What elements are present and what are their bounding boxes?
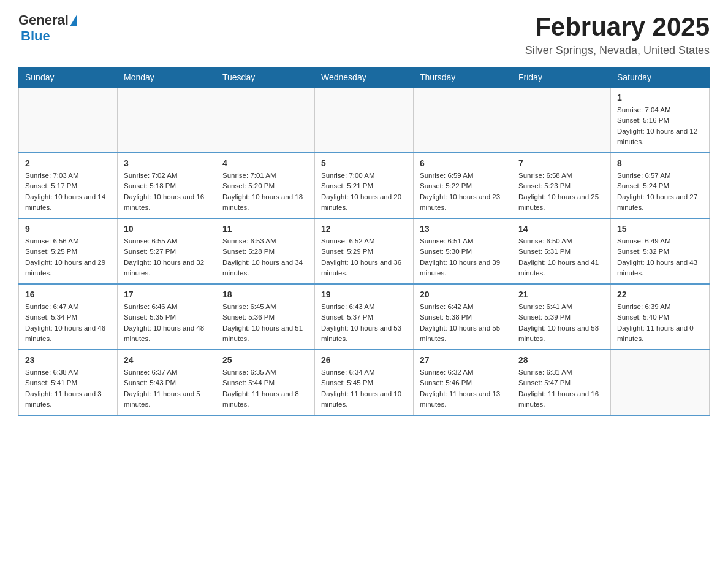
day-number: 22 (617, 289, 703, 299)
day-number: 13 (420, 224, 506, 234)
day-info: Sunrise: 6:41 AMSunset: 5:39 PMDaylight:… (518, 302, 604, 344)
weekday-header: Thursday (414, 67, 512, 88)
day-info: Sunrise: 6:39 AMSunset: 5:40 PMDaylight:… (617, 302, 703, 344)
calendar-cell: 20Sunrise: 6:42 AMSunset: 5:38 PMDayligh… (414, 284, 512, 350)
day-number: 11 (222, 224, 308, 234)
calendar-cell (19, 88, 118, 153)
day-info: Sunrise: 6:42 AMSunset: 5:38 PMDaylight:… (420, 302, 506, 344)
day-number: 2 (25, 158, 111, 168)
day-info: Sunrise: 7:01 AMSunset: 5:20 PMDaylight:… (222, 170, 308, 213)
day-info: Sunrise: 6:43 AMSunset: 5:37 PMDaylight:… (321, 302, 407, 344)
day-info: Sunrise: 6:49 AMSunset: 5:32 PMDaylight:… (617, 236, 703, 278)
day-number: 17 (124, 289, 210, 299)
title-area: February 2025 Silver Springs, Nevada, Un… (525, 12, 710, 57)
day-info: Sunrise: 6:53 AMSunset: 5:28 PMDaylight:… (222, 236, 308, 278)
page-header: General Blue February 2025 Silver Spring… (18, 12, 710, 57)
day-info: Sunrise: 6:57 AMSunset: 5:24 PMDaylight:… (617, 170, 703, 213)
logo-general-text: General (18, 12, 69, 28)
day-info: Sunrise: 6:56 AMSunset: 5:25 PMDaylight:… (25, 236, 111, 278)
day-number: 14 (518, 224, 604, 234)
day-number: 15 (617, 224, 703, 234)
day-number: 21 (518, 289, 604, 299)
calendar-cell: 2Sunrise: 7:03 AMSunset: 5:17 PMDaylight… (19, 153, 118, 218)
day-number: 3 (124, 158, 210, 168)
day-number: 18 (222, 289, 308, 299)
day-info: Sunrise: 7:03 AMSunset: 5:17 PMDaylight:… (25, 170, 111, 213)
day-info: Sunrise: 6:51 AMSunset: 5:30 PMDaylight:… (420, 236, 506, 278)
day-number: 10 (124, 224, 210, 234)
day-number: 20 (420, 289, 506, 299)
day-info: Sunrise: 6:50 AMSunset: 5:31 PMDaylight:… (518, 236, 604, 278)
calendar-cell (118, 88, 216, 153)
weekday-header: Tuesday (216, 67, 315, 88)
day-info: Sunrise: 6:59 AMSunset: 5:22 PMDaylight:… (420, 170, 506, 213)
calendar-cell: 16Sunrise: 6:47 AMSunset: 5:34 PMDayligh… (19, 284, 118, 350)
day-number: 6 (420, 158, 506, 168)
day-info: Sunrise: 6:32 AMSunset: 5:46 PMDaylight:… (420, 367, 506, 410)
calendar-cell: 15Sunrise: 6:49 AMSunset: 5:32 PMDayligh… (611, 218, 710, 284)
calendar-cell: 6Sunrise: 6:59 AMSunset: 5:22 PMDaylight… (414, 153, 512, 218)
day-number: 24 (124, 355, 210, 365)
day-info: Sunrise: 6:31 AMSunset: 5:47 PMDaylight:… (518, 367, 604, 410)
day-number: 28 (518, 355, 604, 365)
calendar-cell: 24Sunrise: 6:37 AMSunset: 5:43 PMDayligh… (118, 350, 216, 415)
day-number: 23 (25, 355, 111, 365)
calendar-cell: 14Sunrise: 6:50 AMSunset: 5:31 PMDayligh… (512, 218, 611, 284)
logo-triangle-icon (70, 14, 77, 26)
day-info: Sunrise: 6:37 AMSunset: 5:43 PMDaylight:… (124, 367, 210, 410)
page-title: February 2025 (525, 12, 710, 42)
calendar-cell (414, 88, 512, 153)
calendar-cell: 9Sunrise: 6:56 AMSunset: 5:25 PMDaylight… (19, 218, 118, 284)
calendar-cell: 10Sunrise: 6:55 AMSunset: 5:27 PMDayligh… (118, 218, 216, 284)
calendar-week-row: 9Sunrise: 6:56 AMSunset: 5:25 PMDaylight… (19, 218, 710, 284)
day-number: 4 (222, 158, 308, 168)
calendar-cell: 12Sunrise: 6:52 AMSunset: 5:29 PMDayligh… (315, 218, 414, 284)
calendar-cell: 8Sunrise: 6:57 AMSunset: 5:24 PMDaylight… (611, 153, 710, 218)
calendar-header-row: SundayMondayTuesdayWednesdayThursdayFrid… (19, 67, 710, 88)
day-number: 8 (617, 158, 703, 168)
weekday-header: Friday (512, 67, 611, 88)
day-number: 19 (321, 289, 407, 299)
calendar-cell (315, 88, 414, 153)
day-number: 9 (25, 224, 111, 234)
day-info: Sunrise: 7:02 AMSunset: 5:18 PMDaylight:… (124, 170, 210, 213)
calendar-cell: 25Sunrise: 6:35 AMSunset: 5:44 PMDayligh… (216, 350, 315, 415)
calendar-week-row: 23Sunrise: 6:38 AMSunset: 5:41 PMDayligh… (19, 350, 710, 415)
calendar-cell: 7Sunrise: 6:58 AMSunset: 5:23 PMDaylight… (512, 153, 611, 218)
day-info: Sunrise: 7:04 AMSunset: 5:16 PMDaylight:… (617, 105, 703, 147)
day-info: Sunrise: 6:52 AMSunset: 5:29 PMDaylight:… (321, 236, 407, 278)
calendar-cell: 28Sunrise: 6:31 AMSunset: 5:47 PMDayligh… (512, 350, 611, 415)
logo: General Blue (18, 12, 77, 44)
calendar-cell: 17Sunrise: 6:46 AMSunset: 5:35 PMDayligh… (118, 284, 216, 350)
day-number: 12 (321, 224, 407, 234)
calendar-table: SundayMondayTuesdayWednesdayThursdayFrid… (18, 67, 710, 416)
day-info: Sunrise: 6:46 AMSunset: 5:35 PMDaylight:… (124, 302, 210, 344)
calendar-cell: 22Sunrise: 6:39 AMSunset: 5:40 PMDayligh… (611, 284, 710, 350)
page-subtitle: Silver Springs, Nevada, United States (525, 44, 710, 57)
day-info: Sunrise: 6:58 AMSunset: 5:23 PMDaylight:… (518, 170, 604, 213)
calendar-cell: 23Sunrise: 6:38 AMSunset: 5:41 PMDayligh… (19, 350, 118, 415)
day-number: 5 (321, 158, 407, 168)
weekday-header: Sunday (19, 67, 118, 88)
calendar-cell: 1Sunrise: 7:04 AMSunset: 5:16 PMDaylight… (611, 88, 710, 153)
day-info: Sunrise: 6:34 AMSunset: 5:45 PMDaylight:… (321, 367, 407, 410)
calendar-cell: 18Sunrise: 6:45 AMSunset: 5:36 PMDayligh… (216, 284, 315, 350)
calendar-cell: 5Sunrise: 7:00 AMSunset: 5:21 PMDaylight… (315, 153, 414, 218)
day-info: Sunrise: 6:35 AMSunset: 5:44 PMDaylight:… (222, 367, 308, 410)
day-info: Sunrise: 6:55 AMSunset: 5:27 PMDaylight:… (124, 236, 210, 278)
calendar-cell (512, 88, 611, 153)
day-info: Sunrise: 6:38 AMSunset: 5:41 PMDaylight:… (25, 367, 111, 410)
calendar-cell: 21Sunrise: 6:41 AMSunset: 5:39 PMDayligh… (512, 284, 611, 350)
weekday-header: Saturday (611, 67, 710, 88)
day-info: Sunrise: 6:45 AMSunset: 5:36 PMDaylight:… (222, 302, 308, 344)
weekday-header: Monday (118, 67, 216, 88)
calendar-week-row: 2Sunrise: 7:03 AMSunset: 5:17 PMDaylight… (19, 153, 710, 218)
calendar-cell (611, 350, 710, 415)
calendar-week-row: 16Sunrise: 6:47 AMSunset: 5:34 PMDayligh… (19, 284, 710, 350)
calendar-cell: 19Sunrise: 6:43 AMSunset: 5:37 PMDayligh… (315, 284, 414, 350)
calendar-week-row: 1Sunrise: 7:04 AMSunset: 5:16 PMDaylight… (19, 88, 710, 153)
calendar-cell: 26Sunrise: 6:34 AMSunset: 5:45 PMDayligh… (315, 350, 414, 415)
day-info: Sunrise: 7:00 AMSunset: 5:21 PMDaylight:… (321, 170, 407, 213)
day-number: 27 (420, 355, 506, 365)
day-info: Sunrise: 6:47 AMSunset: 5:34 PMDaylight:… (25, 302, 111, 344)
